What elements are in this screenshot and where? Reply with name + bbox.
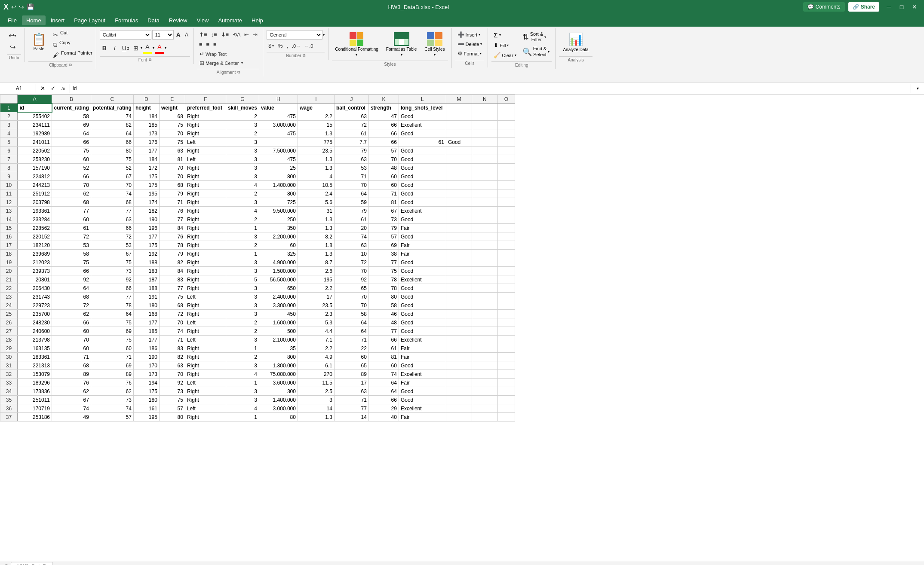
cell-O13[interactable] [497, 207, 515, 215]
cell-O10[interactable] [497, 181, 515, 189]
cell-H6[interactable]: 7.500.000 [259, 147, 298, 155]
cell-C36[interactable]: 74 [91, 404, 133, 413]
cell-C6[interactable]: 80 [91, 147, 133, 155]
cell-B17[interactable]: 53 [52, 241, 91, 250]
indent-decrease-button[interactable]: ⇤ [243, 30, 251, 39]
cell-B29[interactable]: 60 [52, 344, 91, 353]
cell-F13[interactable]: Right [185, 207, 226, 215]
cell-I8[interactable]: 1.3 [298, 164, 334, 172]
cell-J1[interactable]: ball_control [334, 104, 368, 112]
number-format-select[interactable]: General [267, 30, 322, 40]
row-header-35[interactable]: 35 [0, 396, 18, 404]
cell-N37[interactable] [472, 413, 497, 421]
cell-J27[interactable]: 64 [334, 327, 368, 336]
cell-B6[interactable]: 75 [52, 147, 91, 155]
underline-button[interactable]: U▾ [120, 43, 131, 53]
cell-N28[interactable] [472, 336, 497, 344]
row-header-28[interactable]: 28 [0, 336, 18, 344]
cell-F31[interactable]: Right [185, 361, 226, 370]
cell-F36[interactable]: Left [185, 404, 226, 413]
cell-C26[interactable]: 75 [91, 318, 133, 327]
cell-N27[interactable] [472, 327, 497, 336]
format-painter-button[interactable]: 🖌 [51, 50, 61, 60]
cell-B28[interactable]: 70 [52, 336, 91, 344]
sheet-grid[interactable]: ABCDEFGHIJKLMNO 1idcurrent_ratingpotenti… [0, 95, 924, 561]
analyze-data-button[interactable]: 📊 Analyze Data [559, 30, 592, 55]
decrease-decimal-button[interactable]: ←.0 [303, 42, 315, 50]
cell-N4[interactable] [472, 129, 497, 138]
cell-B12[interactable]: 68 [52, 198, 91, 207]
cell-C1[interactable]: potential_rating [91, 104, 133, 112]
cell-I6[interactable]: 23.5 [298, 147, 334, 155]
cell-J18[interactable]: 10 [334, 250, 368, 258]
expand-formula-button[interactable]: ▾ [913, 84, 922, 93]
cell-E9[interactable]: 70 [159, 172, 185, 181]
cell-C31[interactable]: 69 [91, 361, 133, 370]
cell-F15[interactable]: Right [185, 224, 226, 232]
cell-N18[interactable] [472, 250, 497, 258]
cell-C14[interactable]: 63 [91, 215, 133, 224]
cell-F20[interactable]: Right [185, 267, 226, 275]
cell-B11[interactable]: 62 [52, 189, 91, 198]
corner-header[interactable] [0, 95, 18, 104]
cell-D35[interactable]: 180 [133, 396, 159, 404]
cell-H36[interactable]: 3.000.000 [259, 404, 298, 413]
cell-E29[interactable]: 83 [159, 344, 185, 353]
cell-J23[interactable]: 70 [334, 293, 368, 301]
col-header-C[interactable]: C [91, 95, 133, 104]
cell-H30[interactable]: 800 [259, 353, 298, 361]
cell-K6[interactable]: 57 [368, 147, 399, 155]
cell-B21[interactable]: 92 [52, 275, 91, 284]
cell-C25[interactable]: 64 [91, 310, 133, 318]
cell-J14[interactable]: 61 [334, 215, 368, 224]
cell-N8[interactable] [472, 164, 497, 172]
cell-F25[interactable]: Right [185, 310, 226, 318]
cell-A34[interactable]: 173836 [18, 387, 52, 396]
comma-button[interactable]: , [285, 41, 290, 50]
cell-N1[interactable] [472, 104, 497, 112]
border-button[interactable]: ⊞ [132, 43, 140, 53]
cell-C34[interactable]: 62 [91, 387, 133, 396]
cell-K9[interactable]: 60 [368, 172, 399, 181]
cell-H27[interactable]: 500 [259, 327, 298, 336]
cell-F21[interactable]: Right [185, 275, 226, 284]
cell-J11[interactable]: 64 [334, 189, 368, 198]
copy-label[interactable]: Copy [59, 40, 71, 50]
cell-K10[interactable]: 60 [368, 181, 399, 189]
insert-dropdown[interactable]: ▾ [479, 33, 480, 37]
cell-K12[interactable]: 81 [368, 198, 399, 207]
cell-D19[interactable]: 188 [133, 258, 159, 267]
cell-M32[interactable] [446, 370, 472, 379]
cell-L21[interactable]: Excellent [399, 275, 446, 284]
cell-I24[interactable]: 23.5 [298, 301, 334, 310]
insert-function-button[interactable]: fx [58, 84, 68, 93]
cell-K13[interactable]: 67 [368, 207, 399, 215]
cell-I15[interactable]: 1.3 [298, 224, 334, 232]
font-expand-icon[interactable]: ⧉ [149, 58, 151, 62]
cell-E27[interactable]: 74 [159, 327, 185, 336]
cell-N12[interactable] [472, 198, 497, 207]
cell-E8[interactable]: 70 [159, 164, 185, 172]
cell-A25[interactable]: 235700 [18, 310, 52, 318]
cell-L23[interactable]: Good [399, 293, 446, 301]
conditional-formatting-button[interactable]: Conditional Formatting ▾ [332, 30, 381, 59]
cell-A7[interactable]: 258230 [18, 155, 52, 164]
cell-C10[interactable]: 70 [91, 181, 133, 189]
add-sheet-button[interactable]: ⊕ [2, 562, 11, 565]
cell-I14[interactable]: 1.3 [298, 215, 334, 224]
cell-K24[interactable]: 58 [368, 301, 399, 310]
cell-B3[interactable]: 69 [52, 121, 91, 129]
cell-A6[interactable]: 220502 [18, 147, 52, 155]
cell-D8[interactable]: 172 [133, 164, 159, 172]
row-header-9[interactable]: 9 [0, 172, 18, 181]
delete-dropdown[interactable]: ▾ [480, 42, 482, 46]
cell-J37[interactable]: 14 [334, 413, 368, 421]
cell-A36[interactable]: 170719 [18, 404, 52, 413]
cell-K31[interactable]: 60 [368, 361, 399, 370]
cell-E1[interactable]: weight [159, 104, 185, 112]
cell-L14[interactable]: Good [399, 215, 446, 224]
cell-C3[interactable]: 82 [91, 121, 133, 129]
cell-K27[interactable]: 77 [368, 327, 399, 336]
cell-I25[interactable]: 2.3 [298, 310, 334, 318]
cell-D15[interactable]: 196 [133, 224, 159, 232]
